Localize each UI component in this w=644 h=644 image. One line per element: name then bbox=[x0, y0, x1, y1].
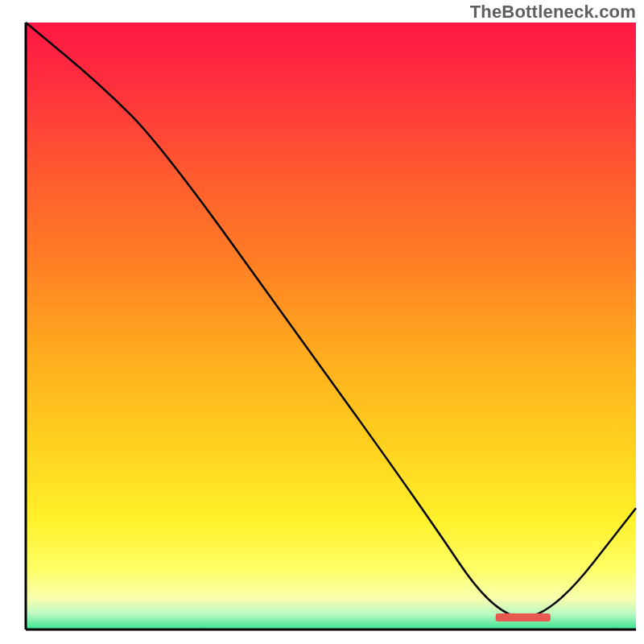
bottleneck-chart bbox=[0, 0, 644, 644]
optimal-marker bbox=[496, 613, 551, 621]
plot-background bbox=[26, 23, 636, 630]
attribution-text: TheBottleneck.com bbox=[470, 2, 636, 23]
